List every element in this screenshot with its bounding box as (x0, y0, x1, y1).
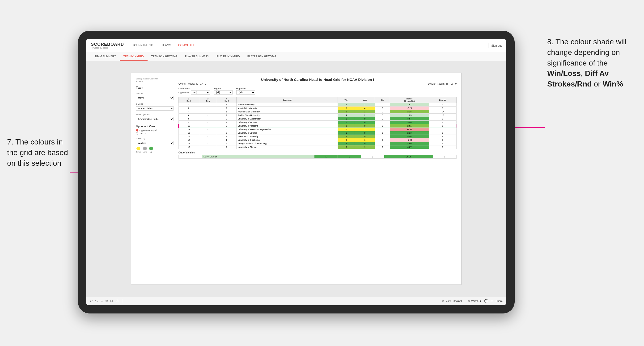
sign-out-link[interactable]: Sign out (491, 44, 502, 47)
view-original[interactable]: 👁 View: Original (442, 300, 462, 302)
opponents-label: Opponents: (178, 91, 190, 94)
radio-top100-label: Top 100 (140, 132, 147, 135)
subnav-player-h2h-grid[interactable]: PLAYER H2H GRID (213, 53, 244, 61)
clock-icon[interactable]: ⏱ (116, 299, 119, 303)
cell-opponent: University of Arkansas, Fayetteville (236, 128, 338, 131)
cell-conf: 1 (217, 121, 236, 124)
cell-rank: 9 (179, 121, 199, 124)
th-opponent: Opponent (236, 97, 338, 103)
cell-loss: 1 (355, 103, 375, 107)
cell-ood-rounds: 3 (433, 155, 456, 159)
cell-rank: 10 (179, 124, 199, 128)
redo-icon[interactable]: ↪ (95, 299, 98, 303)
cell-rank: 4 (179, 110, 199, 114)
nav-tournaments[interactable]: TOURNAMENTS (132, 43, 154, 48)
cell-win: 3 (338, 146, 355, 149)
cell-tie: 0 (375, 142, 390, 146)
division-record: Division Record: 88 - 17 - 0 (428, 82, 456, 85)
watch-label: Watch (471, 300, 478, 302)
table-row: 9 - 1 University of Arizona 1 0 0 9.00 2 (179, 121, 456, 124)
cell-loss: 1 (355, 138, 375, 142)
cell-tie: 0 (375, 131, 390, 135)
colour-up-dot (149, 147, 153, 150)
region-label: Region (214, 87, 232, 90)
nav-committee[interactable]: COMMITTEE (178, 43, 195, 48)
opponent-label: Opponent (236, 87, 255, 90)
cell-rank: 11 (179, 128, 199, 131)
cell-reg: - (199, 107, 217, 110)
subnav-team-h2h-grid[interactable]: TEAM H2H GRID (120, 53, 148, 61)
cell-diff: 5.56 (390, 135, 429, 138)
report-container: Last Updated: 27/03/202416:55:38 Team Ge… (131, 73, 462, 285)
subnav-player-summary[interactable]: PLAYER SUMMARY (181, 53, 213, 61)
out-of-division-body: NCAA Division II 1 0 0 26.00 3 (179, 155, 456, 159)
out-of-division-row: NCAA Division II 1 0 0 26.00 3 (179, 155, 456, 159)
cell-conf: 1 (217, 103, 236, 107)
table-row: 15 - 4 Georgia Institute of Technology 5… (179, 142, 456, 146)
cell-win: 1 (338, 117, 355, 121)
grid-records: Overall Record: 89 - 17 - 0 Division Rec… (178, 82, 456, 85)
gender-select[interactable]: Men's (136, 96, 174, 100)
division-select[interactable]: NCAA Division I (136, 106, 174, 111)
cell-rank: 2 (179, 103, 199, 107)
cell-reg: - (199, 128, 217, 131)
subnav-player-h2h-heatmap[interactable]: PLAYER H2H HEATMAP (244, 53, 280, 61)
out-of-division-table: NCAA Division II 1 0 0 26.00 3 (178, 155, 456, 159)
logo-sub: Powered by clippd (91, 47, 118, 49)
comment-icon[interactable]: 💬 (484, 299, 488, 303)
radio-top100[interactable]: Top 100 (136, 132, 174, 135)
team-section: Team (136, 86, 174, 89)
region-select[interactable]: (All) (214, 90, 232, 95)
cell-ood-diff: 26.00 (384, 155, 433, 159)
colour-level: Level (142, 147, 147, 153)
cell-win: 5 (338, 142, 355, 146)
forward-icon[interactable]: ⤷ (100, 299, 103, 303)
cell-rounds: 9 (429, 146, 456, 149)
crop-icon[interactable]: ⊡ (110, 299, 113, 303)
cell-loss: 1 (355, 128, 375, 131)
cell-reg: - (199, 114, 217, 117)
grid-icon[interactable]: ⊞ (490, 299, 494, 303)
cell-win: 1 (338, 131, 355, 135)
cell-opponent: University of Virginia (236, 131, 338, 135)
cell-conf: 2 (217, 114, 236, 117)
subnav-team-summary[interactable]: TEAM SUMMARY (91, 53, 120, 61)
colour-level-dot (143, 147, 147, 150)
copy-icon[interactable]: ⧉ (106, 299, 108, 303)
conference-select[interactable]: (All) (191, 90, 210, 95)
radio-opponents-played-dot (136, 129, 138, 132)
cell-loss: 0 (355, 117, 375, 121)
cell-diff: -1.00 (390, 138, 429, 142)
cell-rounds: 9 (429, 142, 456, 146)
division-label: Division (136, 103, 174, 105)
colour-by-select[interactable]: Win/loss (136, 141, 174, 145)
cell-rank: 15 (179, 142, 199, 146)
cell-tie: 0 (375, 107, 390, 110)
cell-rounds: 9 (429, 103, 456, 107)
opponent-select[interactable]: (All) (236, 90, 255, 95)
radio-opponents-played[interactable]: Opponents Played (136, 129, 174, 132)
cell-diff: 6.67 (390, 146, 429, 149)
nav-links: TOURNAMENTS TEAMS COMMITTEE (132, 43, 488, 48)
cell-loss: 0 (355, 124, 375, 128)
opponent-filter: Opponent (All) (236, 87, 255, 95)
undo-icon[interactable]: ↩ (90, 299, 93, 303)
cell-reg: - (199, 110, 217, 114)
cell-rank: 14 (179, 138, 199, 142)
cell-diff: 1.83 (390, 114, 429, 117)
cell-win: 1 (338, 121, 355, 124)
share-button[interactable]: Share (496, 300, 502, 302)
cell-loss: 4 (355, 107, 375, 110)
school-select[interactable]: 1. University of Nort... (136, 117, 174, 121)
region-filter: Region (All) (214, 87, 232, 95)
colour-indicators: Down Level Up (136, 147, 174, 153)
watch-button[interactable]: 👁 Watch ▼ (468, 300, 482, 302)
cell-rounds: 9 (429, 135, 456, 138)
colour-by-section: Colour by Win/loss Down (136, 137, 174, 153)
annotation-right: 8. The colour shade will change dependin… (547, 36, 637, 89)
nav-teams[interactable]: TEAMS (161, 43, 171, 48)
subnav-team-h2h-heatmap[interactable]: TEAM H2H HEATMAP (148, 53, 181, 61)
cell-loss: 2 (355, 114, 375, 117)
data-table: #Rank #Reg #Conf Opponent Win Loss Tie D… (178, 97, 456, 149)
cell-ood-reg (188, 155, 195, 159)
